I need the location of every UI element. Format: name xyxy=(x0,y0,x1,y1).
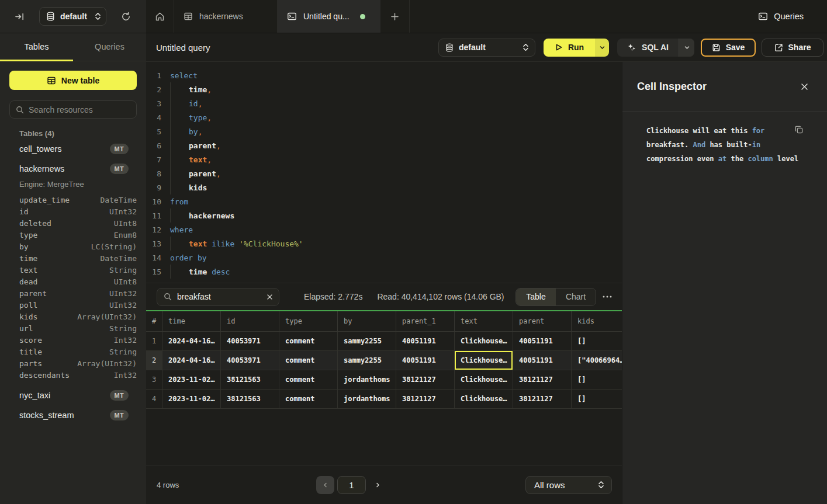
column-header-by[interactable]: by xyxy=(338,311,396,331)
data-cell[interactable]: 2023-11-02… xyxy=(162,370,221,389)
row-number-cell[interactable]: 3 xyxy=(146,370,162,389)
results-menu-button[interactable] xyxy=(598,296,616,298)
column-type: Array(UInt32) xyxy=(77,359,137,368)
data-cell[interactable]: 38121127 xyxy=(396,390,455,408)
column-header-type[interactable]: type xyxy=(279,311,338,331)
page-size-selector[interactable]: All rows xyxy=(525,476,612,494)
column-name: by xyxy=(19,242,91,251)
view-tab-table[interactable]: Table xyxy=(516,289,556,305)
data-cell[interactable]: 40053971 xyxy=(221,351,279,370)
sql-token: text xyxy=(189,155,207,164)
column-header-kids[interactable]: kids xyxy=(572,311,622,331)
data-cell[interactable]: 40053971 xyxy=(221,332,279,350)
data-cell[interactable]: Clickhouse… xyxy=(455,332,513,350)
cell-text-token: in xyxy=(752,141,760,149)
data-cell[interactable]: jordanthoms xyxy=(338,390,396,408)
data-cell[interactable]: ["40066964… xyxy=(572,351,622,370)
new-tab-button[interactable] xyxy=(380,0,410,33)
data-cell[interactable]: comment xyxy=(279,351,338,370)
sidebar-tab-queries[interactable]: Queries xyxy=(73,33,146,61)
data-cell[interactable]: 38121563 xyxy=(221,390,279,408)
data-cell[interactable]: 40051191 xyxy=(513,332,572,350)
collapse-sidebar-button[interactable] xyxy=(12,9,27,24)
sql-token: by xyxy=(189,127,198,136)
data-cell[interactable]: jordanthoms xyxy=(338,370,396,389)
editor-line-6: 6parent, xyxy=(146,138,622,152)
table-list-item-cell_towers[interactable]: cell_towersMT xyxy=(9,139,137,159)
queries-button[interactable]: Queries xyxy=(751,0,827,33)
column-header-parent[interactable]: parent xyxy=(513,311,572,331)
results-search-input[interactable] xyxy=(177,292,261,301)
editor-line-8: 8parent, xyxy=(146,166,622,180)
line-number: 7 xyxy=(146,155,161,164)
sqlai-options-button[interactable] xyxy=(679,39,694,57)
column-header-time[interactable]: time xyxy=(162,311,221,331)
column-header-id[interactable]: id xyxy=(221,311,279,331)
data-cell[interactable]: 40051191 xyxy=(396,351,455,370)
sidebar-search[interactable] xyxy=(9,100,137,119)
table-list-item-stocks_stream[interactable]: stocks_streamMT xyxy=(9,405,137,425)
copy-cell-value-button[interactable] xyxy=(794,125,804,134)
run-button[interactable]: Run xyxy=(544,39,595,57)
data-cell[interactable]: Clickhouse… xyxy=(455,370,513,389)
new-table-button[interactable]: New table xyxy=(9,71,137,90)
data-cell[interactable]: comment xyxy=(279,370,338,389)
column-header-text[interactable]: text xyxy=(455,311,513,331)
column-header-rownum[interactable]: # xyxy=(146,311,162,331)
tab-hackernews[interactable]: hackernews xyxy=(174,0,278,33)
data-cell[interactable]: Clickhouse… xyxy=(455,390,513,408)
data-cell[interactable]: 38121127 xyxy=(513,390,572,408)
sql-token: parent xyxy=(189,169,216,178)
table-row-1: 12024-04-16…40053971commentsammy22554005… xyxy=(146,332,622,351)
line-code: kids xyxy=(170,180,207,194)
data-cell[interactable]: 2024-04-16… xyxy=(162,351,221,370)
data-cell[interactable]: comment xyxy=(279,332,338,350)
data-cell[interactable]: sammy2255 xyxy=(338,351,396,370)
sidebar-search-input[interactable] xyxy=(29,105,130,114)
data-cell[interactable]: sammy2255 xyxy=(338,332,396,350)
query-database-selector[interactable]: default xyxy=(438,39,535,57)
data-cell[interactable]: 40051191 xyxy=(396,332,455,350)
data-cell[interactable]: 40051191 xyxy=(513,351,572,370)
sparkles-icon xyxy=(627,43,636,52)
next-page-button[interactable] xyxy=(369,476,386,494)
data-cell[interactable]: 2023-11-02… xyxy=(162,390,221,408)
sqlai-button[interactable]: SQL AI xyxy=(617,39,679,57)
share-button[interactable]: Share xyxy=(762,39,823,57)
table-list-item-nyc_taxi[interactable]: nyc_taxiMT xyxy=(9,385,137,405)
data-cell[interactable]: 2024-04-16… xyxy=(162,332,221,350)
data-cell[interactable]: comment xyxy=(279,390,338,408)
data-cell[interactable]: 38121127 xyxy=(513,370,572,389)
tab-home[interactable] xyxy=(146,0,174,33)
column-header-parent_1[interactable]: parent_1 xyxy=(396,311,455,331)
close-inspector-button[interactable] xyxy=(799,81,810,92)
results-search[interactable] xyxy=(157,288,279,306)
row-number-cell[interactable]: 4 xyxy=(146,390,162,408)
data-cell[interactable]: [] xyxy=(572,370,622,389)
data-cell[interactable]: Clickhouse… xyxy=(455,351,513,370)
sql-editor[interactable]: 1select2time,3id,4type,5by,6parent,7text… xyxy=(146,62,622,283)
data-cell[interactable]: [] xyxy=(572,390,622,408)
data-cell[interactable]: 38121563 xyxy=(221,370,279,389)
cell-text-token: at xyxy=(718,155,726,163)
view-tab-chart[interactable]: Chart xyxy=(556,289,596,305)
row-number-cell[interactable]: 2 xyxy=(146,351,162,370)
data-cell[interactable]: [] xyxy=(572,332,622,350)
top-database-selector[interactable]: default xyxy=(39,7,106,26)
table-list-item-hackernews[interactable]: hackernewsMT xyxy=(9,159,137,179)
row-number-cell[interactable]: 1 xyxy=(146,332,162,350)
run-options-button[interactable] xyxy=(595,39,609,57)
tab-untitled-query[interactable]: Untitled qu... xyxy=(278,0,380,33)
previous-page-button[interactable] xyxy=(316,476,334,494)
refresh-button[interactable] xyxy=(119,9,133,24)
page-size-value: All rows xyxy=(534,480,598,490)
cell-text-token: column xyxy=(748,155,773,163)
current-page-indicator[interactable]: 1 xyxy=(337,476,366,494)
content: Tables Queries New table xyxy=(0,33,827,504)
clear-search-button[interactable] xyxy=(267,294,273,300)
column-name: update_time xyxy=(19,196,100,204)
row-count-label: 4 rows xyxy=(157,481,179,489)
save-button[interactable]: Save xyxy=(701,39,756,57)
data-cell[interactable]: 38121127 xyxy=(396,370,455,389)
sidebar-tab-tables[interactable]: Tables xyxy=(0,33,73,61)
